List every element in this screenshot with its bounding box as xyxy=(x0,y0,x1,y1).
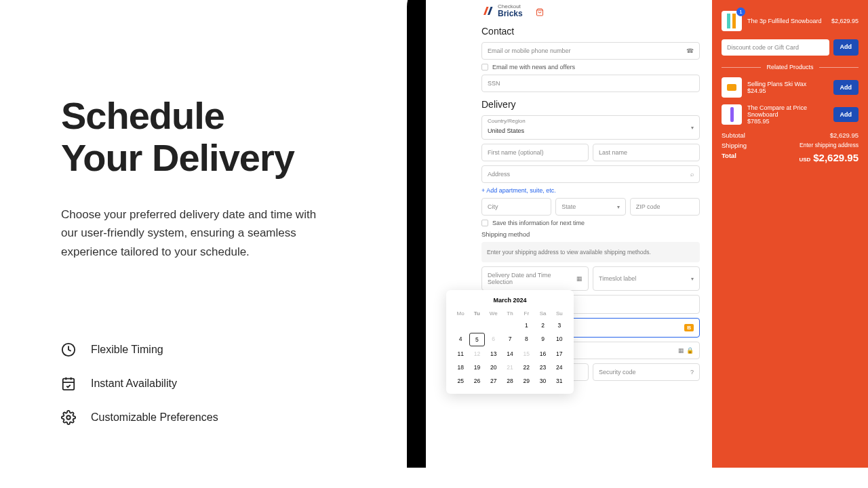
calendar-day-header: Mo xyxy=(453,309,468,318)
calendar-day[interactable]: 14 xyxy=(502,348,517,360)
calendar-day-header: Th xyxy=(502,309,517,318)
calendar-day[interactable]: 25 xyxy=(453,375,468,387)
total-row: TotalUSD$2,629.95 xyxy=(722,152,859,163)
product-thumbnail xyxy=(722,104,742,125)
calendar-day[interactable]: 17 xyxy=(552,348,567,360)
cart-item: 1 The 3p Fulfilled Snowboard $2,629.95 xyxy=(722,11,859,31)
product-thumbnail xyxy=(722,77,742,98)
card-badge: B xyxy=(684,324,694,331)
gear-icon xyxy=(61,410,76,425)
calendar-day[interactable]: 2 xyxy=(535,319,550,331)
tablet-frame: Checkout Bricks Contact Email or mobile … xyxy=(407,0,868,468)
svg-rect-1 xyxy=(63,378,75,390)
calendar-day-header: Su xyxy=(552,309,567,318)
svg-rect-4 xyxy=(732,14,736,28)
page-subtitle: Choose your preferred delivery date and … xyxy=(61,205,319,261)
calendar-day[interactable]: 6 xyxy=(486,333,501,346)
calendar-day[interactable]: 16 xyxy=(535,348,550,360)
calendar-day[interactable]: 5 xyxy=(469,333,484,346)
country-select[interactable]: Country/RegionUnited States ▾ xyxy=(481,115,700,140)
calendar-day[interactable]: 7 xyxy=(502,333,517,346)
related-products-heading: Related Products xyxy=(722,64,859,70)
calendar-day-header: Fr xyxy=(519,309,534,318)
calendar-month-header: March 2024 xyxy=(453,297,567,304)
calendar-day xyxy=(502,319,517,331)
promo-code-input[interactable]: Discount code or Gift Card xyxy=(722,39,829,56)
calendar-icon: ▦ xyxy=(576,275,583,282)
calendar-day[interactable]: 18 xyxy=(453,361,468,373)
delivery-heading: Delivery xyxy=(481,99,700,110)
add-apartment-link[interactable]: + Add apartment, suite, etc. xyxy=(481,187,700,194)
calendar-day[interactable]: 9 xyxy=(535,333,550,346)
related-item: Selling Plans Ski Wax$24.95 Add xyxy=(722,77,859,98)
calendar-day-header: Tu xyxy=(469,309,484,318)
timeslot-select[interactable]: Timeslot label▾ xyxy=(593,266,700,291)
related-item: The Compare at Price Snowboard$785.95 Ad… xyxy=(722,104,859,125)
security-code-field[interactable]: Security code? xyxy=(593,363,700,381)
calendar-day xyxy=(469,319,484,331)
calendar-day[interactable]: 23 xyxy=(535,361,550,373)
svg-rect-3 xyxy=(727,14,730,28)
bricks-logo-icon xyxy=(481,5,494,17)
calendar-day[interactable]: 29 xyxy=(519,375,534,387)
search-icon: ⌕ xyxy=(690,171,694,178)
svg-point-2 xyxy=(66,415,71,420)
calendar-day[interactable]: 21 xyxy=(502,361,517,373)
contact-heading: Contact xyxy=(481,26,700,37)
chevron-down-icon: ▾ xyxy=(691,276,694,282)
calendar-day[interactable]: 19 xyxy=(469,361,484,373)
ssn-field[interactable]: SSN xyxy=(481,75,700,92)
help-icon: ? xyxy=(690,369,694,375)
calendar-day[interactable]: 24 xyxy=(552,361,567,373)
state-select[interactable]: State▾ xyxy=(555,198,625,216)
add-related-button[interactable]: Add xyxy=(833,107,859,122)
add-related-button[interactable]: Add xyxy=(833,80,859,95)
city-field[interactable]: City xyxy=(481,198,551,216)
calendar-day xyxy=(453,319,468,331)
calendar-day[interactable]: 4 xyxy=(453,333,468,346)
product-thumbnail: 1 xyxy=(722,11,742,31)
zip-field[interactable]: ZIP code xyxy=(630,198,700,216)
calendar-day[interactable]: 28 xyxy=(502,375,517,387)
address-field[interactable]: Address⌕ xyxy=(481,165,700,183)
calendar-day[interactable]: 13 xyxy=(486,348,501,360)
feature-flexible-timing: Flexible Timing xyxy=(61,342,373,357)
calendar-day[interactable]: 31 xyxy=(552,375,567,387)
calendar-day[interactable]: 26 xyxy=(469,375,484,387)
calendar-day[interactable]: 20 xyxy=(486,361,501,373)
shipping-row: ShippingEnter shipping address xyxy=(722,142,859,149)
shipping-method-note: Enter your shipping address to view avai… xyxy=(481,242,700,262)
clock-icon xyxy=(61,342,76,357)
calendar-day xyxy=(486,319,501,331)
calendar-day[interactable]: 30 xyxy=(535,375,550,387)
calendar-day[interactable]: 15 xyxy=(519,348,534,360)
calendar-check-icon xyxy=(61,376,76,391)
chevron-down-icon: ▾ xyxy=(617,204,620,210)
phone-icon: ☎ xyxy=(686,47,694,54)
news-checkbox[interactable]: Email me with news and offers xyxy=(481,64,700,70)
chevron-down-icon: ▾ xyxy=(691,125,694,131)
page-title: Schedule Your Delivery xyxy=(61,95,373,178)
calendar-day[interactable]: 3 xyxy=(552,319,567,331)
order-summary-panel: 1 The 3p Fulfilled Snowboard $2,629.95 D… xyxy=(712,0,868,468)
subtotal-row: Subtotal$2,629.95 xyxy=(722,131,859,139)
calendar-day-header: We xyxy=(486,309,501,318)
calendar-popover[interactable]: March 2024 MoTuWeThFrSaSu123456789101112… xyxy=(446,290,574,394)
add-promo-button[interactable]: Add xyxy=(833,39,859,56)
calendar-day[interactable]: 1 xyxy=(519,319,534,331)
qty-badge: 1 xyxy=(736,7,745,16)
calendar-day[interactable]: 27 xyxy=(486,375,501,387)
bag-icon[interactable] xyxy=(536,8,544,16)
calendar-day[interactable]: 12 xyxy=(469,348,484,360)
feature-custom-preferences: Customizable Preferences xyxy=(61,410,373,425)
save-info-checkbox[interactable]: Save this information for next time xyxy=(481,220,700,226)
delivery-date-field[interactable]: Delivery Date and Time Selection▦ xyxy=(481,266,589,291)
last-name-field[interactable]: Last name xyxy=(593,144,700,161)
first-name-field[interactable]: First name (optional) xyxy=(481,144,589,161)
calendar-day[interactable]: 8 xyxy=(519,333,534,346)
email-field[interactable]: Email or mobile phone number☎ xyxy=(481,42,700,60)
calendar-day[interactable]: 11 xyxy=(453,348,468,360)
feature-instant-availability: Instant Availability xyxy=(61,376,373,391)
calendar-day[interactable]: 10 xyxy=(552,333,567,346)
calendar-day[interactable]: 22 xyxy=(519,361,534,373)
